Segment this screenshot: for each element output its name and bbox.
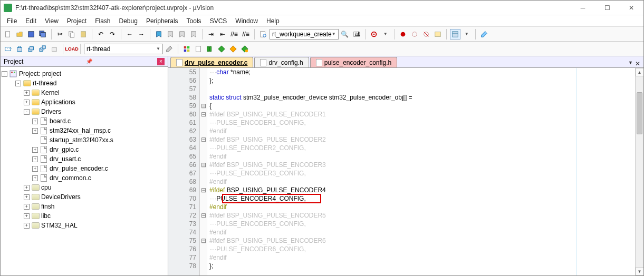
find-combo[interactable]: rt_workqueue_create▼ [270,29,339,40]
tree-item[interactable]: +finsh [2,202,167,211]
code-line[interactable]: #endif [207,203,635,211]
code-editor[interactable]: ····char *name;};static struct stm32_pul… [207,68,635,275]
tree-item[interactable]: +drv_usart.c [2,154,167,164]
code-line[interactable]: { [207,102,635,110]
manage-project-items-icon[interactable] [181,44,192,54]
code-line[interactable]: #endif [207,253,635,262]
editor-tab[interactable]: drv_config.h [254,57,309,67]
fold-toggle[interactable]: ⊟ [200,186,207,194]
open-icon[interactable] [14,29,25,40]
panel-close-icon[interactable]: × [157,58,165,65]
pin-icon[interactable]: 📌 [86,58,92,64]
tree-item[interactable]: +Applications [2,97,167,107]
editor-tab[interactable]: pulse_encoder_config.h [310,57,397,67]
expander-icon[interactable]: + [32,175,38,181]
tree-item[interactable]: +Kernel [2,88,167,97]
bookmark-icon[interactable] [153,29,164,40]
code-line[interactable]: #endif [207,152,635,161]
breakpoint-disable-icon[interactable] [409,29,420,40]
menu-view[interactable]: View [41,16,63,26]
redo-icon[interactable]: ↷ [107,29,118,40]
project-panel-header[interactable]: Project 📌 × [1,56,168,67]
expander-icon[interactable]: + [32,156,38,162]
menu-debug[interactable]: Debug [115,16,142,26]
tab-dropdown-icon[interactable]: ▼ [628,60,633,67]
tree-item[interactable]: +board.c [2,116,167,126]
books-icon[interactable] [205,44,215,54]
bookmark-next-icon[interactable] [177,29,187,40]
nav-fwd-icon[interactable]: → [136,29,147,40]
tree-item[interactable]: +STM32_HAL [2,221,167,230]
cut-icon[interactable]: ✂ [55,29,65,40]
expander-icon[interactable]: - [15,81,21,86]
outdent-icon[interactable]: ⇤ [217,29,228,40]
find-icon[interactable]: 🔍 [340,29,350,40]
expander-icon[interactable]: + [24,194,30,200]
target-combo[interactable]: rt-thread▼ [84,44,163,54]
code-line[interactable]: #ifdef BSP_USING_PULSE_ENCODER1 [207,110,635,119]
manage-rtos-icon[interactable] [216,44,227,54]
scroll-up-icon[interactable]: ▲ [636,68,644,76]
copy-icon[interactable] [66,29,77,40]
bookmark-clear-icon[interactable] [188,29,199,40]
fold-column[interactable]: ⊟⊟⊟⊟⊟⊟⊟ [200,68,207,275]
code-line[interactable]: #ifdef BSP_USING_PULSE_ENCODER5 [207,211,635,220]
fold-toggle[interactable]: ⊟ [200,161,207,169]
minimize-button[interactable]: ─ [571,1,595,15]
comment-icon[interactable]: //≡ [229,29,239,40]
expander-icon[interactable]: + [32,147,38,153]
expander-icon[interactable]: + [32,128,38,134]
code-line[interactable]: #endif [207,228,635,236]
project-tree[interactable]: - Project: project -rt-thread+Kernel+App… [1,67,168,275]
expander-icon[interactable]: + [24,185,30,191]
code-line[interactable]: static struct stm32_pulse_encoder_device… [207,93,635,102]
menu-svcs[interactable]: SVCS [206,16,232,26]
expander-icon[interactable]: - [24,109,30,115]
code-line[interactable]: #endif [207,178,635,186]
expander-icon[interactable]: + [24,90,30,96]
save-icon[interactable] [26,29,36,40]
nav-back-icon[interactable]: ← [124,29,135,40]
code-line[interactable]: ····PULSE_ENCODER5_CONFIG, [207,220,635,228]
expander-icon[interactable]: + [32,119,38,124]
debug-drop-icon[interactable]: ▼ [380,29,391,40]
translate-icon[interactable]: ⋯ [3,44,13,54]
stop-build-icon[interactable] [49,44,60,54]
expander-icon[interactable]: + [24,213,30,219]
tree-item[interactable]: -rt-thread [2,78,167,88]
debug-icon[interactable] [369,29,379,40]
menu-edit[interactable]: Edit [21,16,41,26]
scroll-track[interactable] [636,76,643,267]
editor-tab[interactable]: drv_pulse_encoder.c [170,57,253,67]
menu-tools[interactable]: Tools [182,16,206,26]
expander-icon[interactable]: + [24,223,30,229]
undo-icon[interactable]: ↶ [95,29,106,40]
fold-toggle[interactable]: ⊟ [200,135,207,144]
configure-icon[interactable] [479,29,489,40]
menu-project[interactable]: Project [63,16,91,26]
tree-item[interactable]: startup_stm32f407xx.s [2,135,167,145]
code-line[interactable]: #endif [207,127,635,135]
code-line[interactable] [207,85,635,93]
download-icon[interactable]: LOAD [66,44,77,54]
menu-flash[interactable]: Flash [91,16,114,26]
tree-item[interactable]: +drv_pulse_encoder.c [2,164,167,173]
fold-toggle[interactable]: ⊟ [200,110,207,119]
bookmark-prev-icon[interactable] [165,29,176,40]
code-line[interactable]: #ifdef BSP_USING_PULSE_ENCODER2 [207,135,635,144]
batch-build-icon[interactable] [37,44,48,54]
code-line[interactable]: ····PULSE_ENCODER1_CONFIG, [207,119,635,127]
maximize-button[interactable]: ☐ [595,1,619,15]
indent-icon[interactable]: ⇥ [206,29,216,40]
menu-help[interactable]: Help [262,16,284,26]
tree-root[interactable]: - Project: project [2,69,167,78]
paste-icon[interactable] [78,29,89,40]
scroll-thumb[interactable] [637,92,642,134]
manage-rtos2-icon[interactable] [228,44,238,54]
find-in-files-icon[interactable] [258,29,268,40]
pack-installer-icon[interactable] [239,44,250,54]
expander-icon[interactable]: + [24,100,30,105]
tab-close-icon[interactable]: ✕ [635,60,640,67]
tree-item[interactable]: +DeviceDrivers [2,192,167,202]
tree-item[interactable]: +cpu [2,183,167,192]
